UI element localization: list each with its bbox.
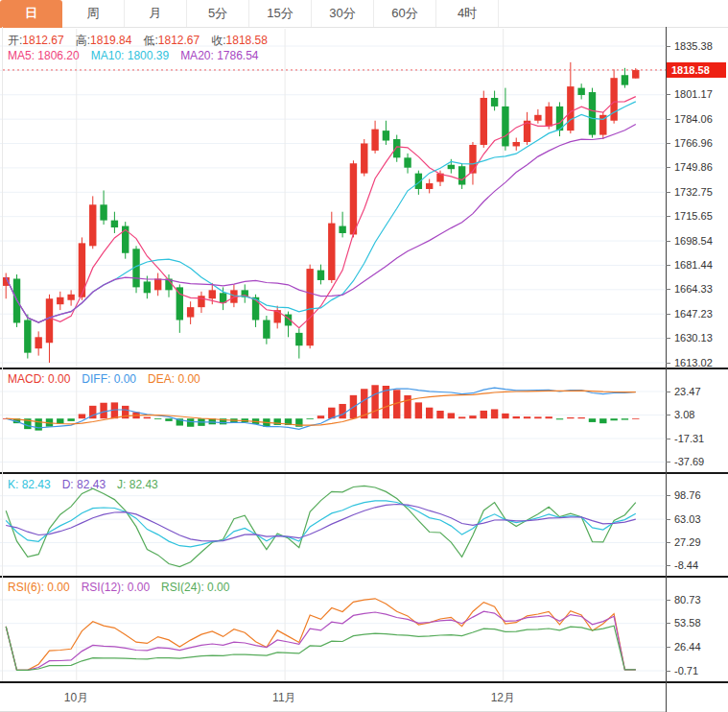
axis-tick-label: 1835.38	[666, 40, 728, 53]
macd-bar	[339, 404, 345, 418]
timeframe-tab-4时[interactable]: 4时	[436, 0, 499, 27]
macd-bar	[165, 418, 172, 421]
candle	[546, 107, 552, 127]
axis-tick-label: 1749.86	[666, 161, 728, 174]
axis-tick-label: 27.29	[666, 536, 728, 549]
month-label: 11月	[272, 690, 295, 706]
candle	[577, 88, 584, 95]
candle	[481, 98, 487, 145]
candle	[317, 271, 324, 280]
candle	[361, 143, 367, 173]
macd-bar	[610, 418, 617, 420]
candle	[622, 75, 628, 84]
timeframe-tab-30分[interactable]: 30分	[312, 0, 374, 27]
axis-tick-label: 63.03	[666, 513, 728, 526]
macd-bar	[458, 416, 465, 418]
axis-tick-label: 1681.44	[666, 259, 728, 272]
axis-tick-label: 80.73	[666, 594, 728, 606]
macd-bar	[589, 418, 596, 422]
candle	[176, 287, 183, 320]
d-line	[6, 505, 636, 541]
macd-bar	[144, 417, 151, 419]
macd-bar	[524, 416, 530, 418]
candle	[35, 337, 41, 348]
macd-bar	[491, 409, 498, 418]
candle	[469, 145, 476, 174]
axis-tick-label: 1766.96	[666, 137, 728, 150]
axis-tick-label: -17.31	[666, 433, 728, 445]
axis-tick-label: 23.47	[666, 386, 728, 398]
time-axis: 10月11月12月	[0, 683, 666, 712]
candle	[295, 333, 302, 345]
k-line	[6, 501, 636, 547]
macd-bar	[534, 416, 541, 418]
candle	[458, 166, 465, 184]
month-label: 12月	[491, 690, 515, 706]
macd-bar	[556, 418, 563, 419]
ma20-line	[6, 125, 636, 323]
macd-bar	[481, 411, 487, 418]
axis-tick-label: -0.71	[666, 665, 728, 677]
macd-bar	[622, 418, 628, 419]
kdj-panel[interactable]	[0, 474, 666, 576]
macd-bar	[513, 416, 520, 418]
candle	[404, 157, 411, 167]
candle	[198, 296, 204, 307]
timeframe-tab-5分[interactable]: 5分	[187, 0, 249, 27]
macd-bar	[415, 402, 422, 418]
candle	[46, 298, 53, 343]
candle	[89, 204, 96, 246]
macd-bar	[577, 417, 584, 418]
candle	[187, 307, 194, 317]
rsi-panel[interactable]	[0, 578, 666, 681]
macd-bar	[567, 417, 574, 418]
axis-tick-label: 1613.02	[666, 357, 728, 369]
candle	[339, 226, 345, 233]
axis-tick-label: 1630.13	[666, 332, 728, 344]
price-axis-border	[666, 27, 667, 712]
timeframe-tab-60分[interactable]: 60分	[374, 0, 436, 27]
candle	[263, 320, 270, 339]
candle	[448, 165, 455, 169]
candle	[350, 163, 357, 234]
candle	[144, 281, 151, 293]
candle	[111, 221, 118, 227]
timeframe-tab-月[interactable]: 月	[125, 0, 187, 27]
macd-bar	[599, 418, 606, 423]
axis-tick-label: 98.76	[666, 489, 728, 502]
axis-tick-label: 1732.75	[666, 186, 728, 199]
axis-tick-label: 1698.54	[666, 235, 728, 248]
candle	[502, 107, 508, 147]
timeframe-tab-日[interactable]: 日	[0, 0, 62, 28]
rsi24-line	[6, 626, 636, 670]
candle	[632, 70, 639, 79]
candle	[513, 142, 520, 146]
macd-panel[interactable]	[0, 369, 666, 472]
macd-bar	[317, 415, 324, 418]
macd-bar	[79, 414, 85, 418]
macd-bar	[187, 418, 194, 427]
macd-bar	[436, 411, 443, 418]
axis-tick-label: 1784.06	[666, 113, 728, 126]
axis-tick-label: -8.44	[666, 559, 728, 572]
axis-tick-label: 26.44	[666, 641, 728, 653]
macd-bar	[632, 418, 639, 419]
candle	[209, 290, 216, 298]
timeframe-tab-15分[interactable]: 15分	[249, 0, 312, 27]
timeframe-tab-周[interactable]: 周	[62, 0, 125, 27]
macd-bar	[404, 395, 411, 418]
macd-bar	[35, 418, 41, 430]
main-candlestick-chart[interactable]	[0, 29, 666, 368]
macd-bar	[546, 416, 552, 418]
kline-chart-app: 日周月5分15分30分60分4时 开:1812.67高:1819.84低:181…	[0, 0, 728, 712]
candle	[154, 278, 161, 290]
candle	[24, 320, 31, 353]
candle	[100, 204, 106, 220]
candle	[567, 86, 574, 131]
macd-bar	[426, 408, 433, 418]
candle	[491, 98, 498, 107]
macd-bar	[502, 414, 508, 418]
candle	[57, 297, 63, 304]
current-price-tag: 1818.58	[667, 62, 726, 78]
candle	[534, 115, 541, 121]
